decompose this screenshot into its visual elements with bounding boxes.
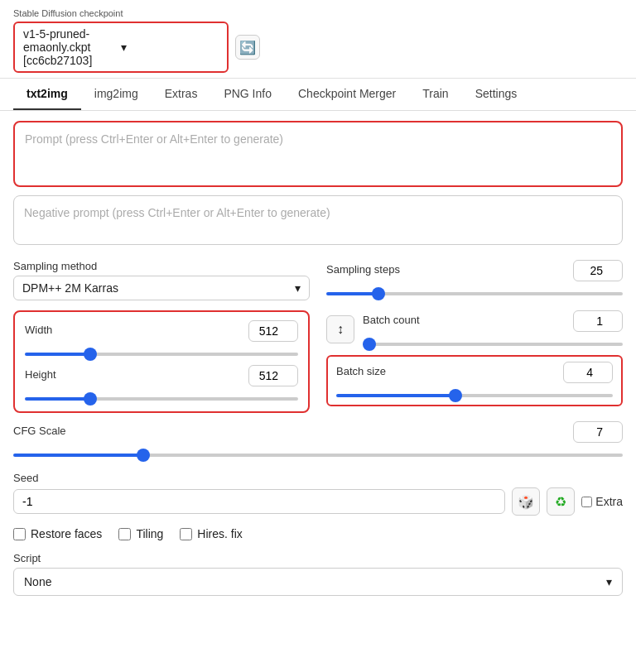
batch-section: ↕ Batch count Batch size [326, 310, 623, 406]
tiling-checkbox[interactable] [118, 528, 131, 540]
script-value: None [24, 575, 51, 588]
chevron-down-icon: ▾ [121, 41, 219, 54]
batch-size-section: Batch size [326, 355, 623, 406]
tab-checkpoint-merger[interactable]: Checkpoint Merger [285, 79, 409, 110]
batch-count-section: Batch count [363, 310, 623, 348]
batch-size-label: Batch size [336, 365, 386, 377]
dimensions-section: Width Height [13, 310, 310, 413]
extra-label-text: Extra [595, 495, 623, 508]
negative-prompt-placeholder: Negative prompt (press Ctrl+Enter or Alt… [24, 206, 330, 219]
prompt-input[interactable]: Prompt (press Ctrl+Enter or Alt+Enter to… [13, 121, 623, 187]
script-label: Script [13, 552, 623, 564]
script-dropdown[interactable]: None ▾ [13, 568, 623, 596]
height-label: Height [25, 368, 56, 381]
tab-txt2img[interactable]: txt2img [13, 79, 81, 110]
batch-size-input[interactable] [563, 362, 613, 383]
sampling-steps-slider[interactable] [326, 292, 623, 295]
dimensions-batch-row: Width Height ↕ [13, 310, 623, 413]
seed-section: 🎲 ♻ Extra [13, 487, 623, 516]
sampling-steps-label: Sampling steps [326, 263, 400, 276]
refresh-button[interactable]: 🔄 [235, 35, 260, 60]
tabs-bar: txt2img img2img Extras PNG Info Checkpoi… [0, 79, 636, 111]
width-slider[interactable] [25, 353, 298, 356]
sampling-method-section: Sampling method DPM++ 2M Karras ▾ [13, 260, 310, 300]
checkpoint-select[interactable]: v1-5-pruned-emaonly.ckpt [cc6cb27103] ▾ [13, 22, 229, 73]
cfg-scale-section: CFG Scale [13, 421, 623, 459]
height-slider[interactable] [25, 397, 298, 401]
hires-fix-label: Hires. fix [180, 527, 242, 540]
sampling-method-label: Sampling method [13, 260, 310, 272]
tiling-text: Tiling [136, 527, 163, 540]
checkpoint-row: v1-5-pruned-emaonly.ckpt [cc6cb27103] ▾ … [13, 22, 623, 73]
sampling-row: Sampling method DPM++ 2M Karras ▾ Sampli… [13, 260, 623, 300]
tab-extras[interactable]: Extras [152, 79, 211, 110]
checkpoint-value: v1-5-pruned-emaonly.ckpt [cc6cb27103] [23, 27, 121, 67]
height-input[interactable] [248, 365, 298, 386]
sampling-steps-input[interactable] [573, 260, 623, 281]
batch-size-slider[interactable] [336, 394, 613, 397]
sampling-method-value: DPM++ 2M Karras [22, 281, 118, 295]
dice-icon: 🎲 [518, 494, 534, 510]
batch-count-slider[interactable] [363, 343, 623, 346]
restore-faces-checkbox[interactable] [13, 528, 26, 540]
extra-checkbox-label: Extra [581, 495, 623, 508]
swap-button[interactable]: ↕ [326, 315, 354, 343]
batch-count-input[interactable] [573, 310, 623, 332]
width-label: Width [25, 324, 52, 336]
recycle-icon: ♻ [555, 494, 566, 510]
cfg-scale-slider[interactable] [13, 454, 623, 457]
checkpoint-label: Stable Diffusion checkpoint [13, 8, 623, 18]
checkboxes-row: Restore faces Tiling Hires. fix [13, 527, 623, 540]
seed-input[interactable] [13, 489, 505, 514]
seed-label: Seed [13, 472, 38, 484]
refresh-icon: 🔄 [239, 40, 256, 55]
hires-fix-text: Hires. fix [197, 527, 242, 540]
restore-faces-label: Restore faces [13, 527, 102, 540]
height-row: Height [25, 365, 298, 403]
sampling-method-dropdown[interactable]: DPM++ 2M Karras ▾ [13, 276, 310, 300]
extra-checkbox[interactable] [581, 497, 592, 507]
restore-faces-text: Restore faces [31, 527, 102, 540]
negative-prompt-input[interactable]: Negative prompt (press Ctrl+Enter or Alt… [13, 195, 623, 245]
script-section: Script None ▾ [13, 552, 623, 596]
tab-settings[interactable]: Settings [462, 79, 531, 110]
hires-fix-checkbox[interactable] [180, 528, 192, 540]
tab-pnginfo[interactable]: PNG Info [210, 79, 285, 110]
chevron-down-icon: ▾ [606, 575, 612, 588]
dice-button[interactable]: 🎲 [512, 487, 540, 516]
batch-count-label: Batch count [363, 314, 420, 326]
prompt-placeholder: Prompt (press Ctrl+Enter or Alt+Enter to… [25, 132, 283, 146]
width-input[interactable] [248, 320, 298, 342]
cfg-scale-input[interactable] [573, 421, 623, 443]
recycle-button[interactable]: ♻ [547, 487, 575, 516]
tiling-label: Tiling [118, 527, 163, 540]
top-bar: Stable Diffusion checkpoint v1-5-pruned-… [0, 0, 636, 79]
sampling-steps-section: Sampling steps [326, 260, 623, 298]
width-row: Width [25, 320, 298, 358]
tab-img2img[interactable]: img2img [81, 79, 152, 110]
tab-train[interactable]: Train [409, 79, 461, 110]
chevron-down-icon: ▾ [295, 281, 301, 295]
main-content: Prompt (press Ctrl+Enter or Alt+Enter to… [0, 111, 636, 606]
swap-icon: ↕ [337, 322, 344, 337]
cfg-scale-label: CFG Scale [13, 425, 66, 437]
